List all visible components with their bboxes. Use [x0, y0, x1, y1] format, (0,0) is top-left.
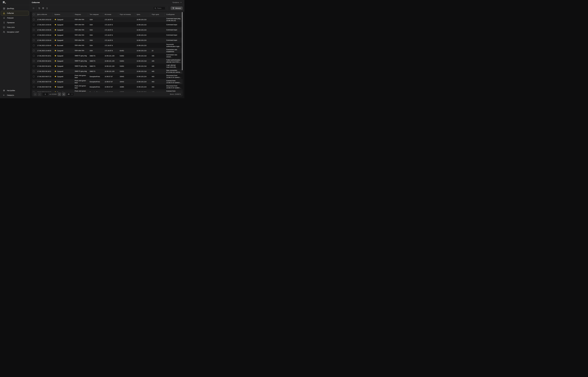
export-box-icon[interactable] [33, 7, 34, 9]
select-all-checkbox[interactable] [33, 14, 34, 15]
table-row[interactable]: 17.06.2025 08:57:08СреднийPorts mint gre… [32, 84, 183, 89]
cell-level: Средний [53, 58, 73, 64]
cell-trap-type: SMB FS [88, 64, 103, 69]
cell-trap-type: SSH [88, 17, 103, 22]
row-checkbox[interactable] [33, 34, 34, 36]
cell-message: New connection IP:10.99.101.100:51… [165, 69, 183, 74]
cell-trap: SSH olive fish [73, 48, 88, 53]
row-checkbox[interactable] [33, 39, 34, 41]
sidebar-item-deceptive-ldap[interactable]: Deceptive LDAP [1, 30, 29, 34]
cell-target-port: 445 [150, 58, 165, 64]
page-size-value: 20 [68, 93, 69, 95]
column-header[interactable]: Дата события [35, 12, 53, 17]
sidebar-item-свернуть[interactable]: Свернуть [1, 93, 29, 97]
table-row[interactable]: 17.06.2025 10:49:55СреднийSSH olive fish… [32, 48, 183, 53]
sidebar-item-label: Deceptive LDAP [7, 31, 19, 33]
cell-source: 172.16.97.6 [103, 38, 118, 43]
search-input[interactable]: Поиск [153, 6, 165, 10]
row-checkbox[interactable] [33, 65, 34, 67]
row-checkbox[interactable] [33, 45, 34, 46]
cell-message: Command input [165, 38, 183, 43]
profile-label: Профиль [172, 1, 179, 3]
table-row[interactable]: 17.06.2025 09:18:51СреднийSMB FS grey do… [32, 58, 183, 64]
table-row[interactable]: 17.06.2025 08:57:23СреднийPorts mint gre… [32, 74, 183, 79]
chevron-down-icon [180, 2, 182, 3]
severity-dot-icon [55, 19, 56, 20]
cell-message: Command input [165, 33, 183, 38]
filter-label: Фильтр [175, 7, 181, 9]
row-checkbox[interactable] [33, 24, 34, 25]
table-row[interactable]: 17.06.2025 09:18:51СреднийSMB FS grey do… [32, 69, 183, 74]
cell-target-port [150, 22, 165, 27]
row-checkbox[interactable] [33, 71, 34, 72]
row-checkbox[interactable] [33, 60, 34, 62]
cell-source-port: 33443 [118, 79, 135, 84]
vertical-scrollbar-thumb[interactable] [182, 12, 182, 70]
cell-target-port [150, 17, 165, 22]
table-row[interactable]: 17.06.2025 09:18:51СреднийSMB FS grey do… [32, 53, 183, 58]
sidebar-item-ловушки[interactable]: Ловушки [1, 15, 29, 20]
column-header[interactable]: Цель [135, 12, 150, 17]
column-header[interactable]: Сообщение [165, 12, 183, 17]
column-header[interactable]: Порт цели [150, 12, 165, 17]
column-header[interactable]: Уровень [53, 12, 73, 17]
cell-target: 10.99.103.215 [135, 38, 150, 43]
sidebar-item-label: Приманки [7, 22, 15, 24]
sidebar-item-приманки[interactable]: Приманки [1, 20, 29, 25]
cell-trap: SSH olive fish [73, 43, 88, 48]
next-page-button[interactable]: › [58, 93, 61, 96]
column-header[interactable]: Порт источника [118, 12, 135, 17]
filter-button[interactable]: Фильтр [171, 6, 183, 10]
cell-date: 17.06.2025 10:50:44 [35, 38, 53, 43]
cell-target: 10.99.103.215 [135, 27, 150, 33]
column-header[interactable]: Источник [103, 12, 118, 17]
profile-menu[interactable]: Профиль [172, 1, 182, 3]
cell-date: 17.06.2025 09:18:51 [35, 64, 53, 69]
sidebar-item-события[interactable]: События [1, 11, 29, 15]
severity-dot-icon [55, 29, 56, 30]
severity-dot-icon [55, 86, 56, 87]
table-row[interactable]: 17.06.2025 08:57:08СреднийPorts mint gre… [32, 79, 183, 84]
row-checkbox[interactable] [33, 76, 34, 77]
archive-icon[interactable] [42, 7, 44, 9]
cell-target: 10.99.103.215 [135, 17, 150, 22]
cell-target: 10.99.103.215 [135, 33, 150, 38]
table-row[interactable]: 17.06.2025 10:50:45СреднийSSH olive fish… [32, 27, 183, 33]
sidebar-item-дашборд[interactable]: Дашборд [1, 6, 29, 11]
row-checkbox[interactable] [33, 19, 34, 20]
refresh-icon[interactable] [38, 7, 40, 9]
table-row[interactable]: 17.06.2025 10:50:44СреднийSSH olive fish… [32, 38, 183, 43]
column-header[interactable]: Тип ловушки [88, 12, 103, 17]
table-row[interactable]: 17.06.2025 09:18:51СреднийSMB FS grey do… [32, 64, 183, 69]
row-checkbox[interactable] [33, 50, 34, 51]
search-icon [155, 7, 156, 9]
cell-date: 17.06.2025 10:50:45 [35, 22, 53, 27]
table-row[interactable]: 17.06.2025 10:50:40ВысокийSSH olive fish… [32, 43, 183, 48]
upload-icon[interactable] [46, 7, 48, 9]
last-page-button[interactable]: » [62, 93, 65, 96]
row-checkbox[interactable] [33, 29, 34, 31]
table-row[interactable]: 17.06.2025 10:51:02СреднийSSH olive fish… [32, 17, 183, 22]
table-row[interactable]: 17.06.2025 10:50:45СреднийSSH olive fish… [32, 22, 183, 27]
cell-message: Disconnect from 10.99.57.87:33443 t… [165, 74, 183, 79]
column-header[interactable]: Ловушка [73, 12, 88, 17]
cell-trap-type: DeceptivePorts [88, 79, 103, 84]
cell-date: 17.06.2025 10:50:45 [35, 27, 53, 33]
first-page-button[interactable]: « [34, 93, 37, 96]
prev-page-button[interactable]: ‹ [38, 93, 41, 96]
brand-logo[interactable]: R [3, 1, 6, 4]
page-size-select[interactable]: 20 [67, 93, 74, 96]
column-divider [165, 13, 165, 16]
row-checkbox[interactable] [33, 86, 34, 88]
sidebar-item-настройки[interactable]: Настройки [1, 88, 29, 93]
cell-level: Средний [53, 17, 73, 22]
sidebar-item-label: Свернуть [7, 94, 14, 96]
cell-trap-type: SMB FS [88, 58, 103, 64]
page-number-input[interactable] [42, 93, 48, 96]
row-checkbox[interactable] [33, 81, 34, 82]
sidebar-item-узлы-сети[interactable]: Узлы сети [1, 25, 29, 30]
row-checkbox[interactable] [33, 55, 34, 57]
sidebar-item-label: Дашборд [7, 8, 14, 9]
cell-source: 172.16.97.6 [103, 48, 118, 53]
table-row[interactable]: 17.06.2025 10:50:44СреднийSSH olive fish… [32, 33, 183, 38]
